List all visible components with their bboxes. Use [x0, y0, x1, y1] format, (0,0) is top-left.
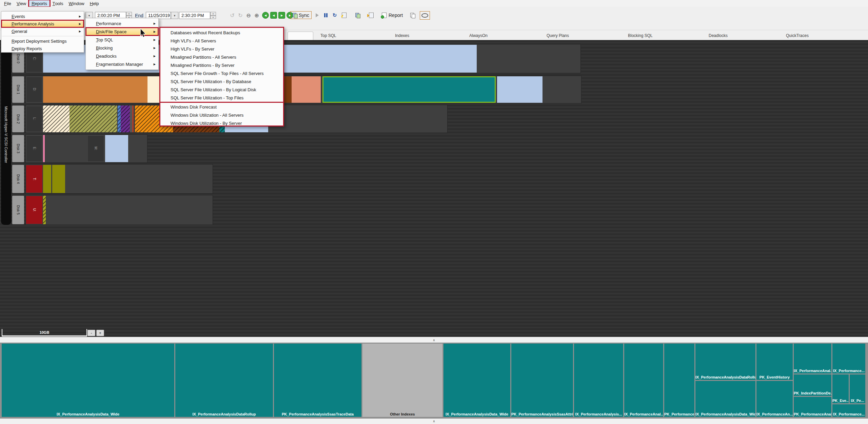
- menu-item-windows-disk-forecast[interactable]: Windows Disk Forecast: [160, 103, 283, 111]
- end-date-dropdown[interactable]: ▾: [171, 12, 178, 19]
- play-button[interactable]: [313, 12, 321, 19]
- file-segment[interactable]: [43, 105, 70, 132]
- treemap-cell[interactable]: IX_PerformanceAnalysisDataRollup: [695, 344, 755, 380]
- import-button[interactable]: [368, 12, 375, 19]
- quick-trace-button[interactable]: [340, 12, 348, 19]
- menu-item-misaligned-partitions-all-servers[interactable]: Misaligned Partitions - All Servers: [160, 53, 283, 61]
- scale-zoom-in-button[interactable]: +: [96, 330, 104, 336]
- database-view-button[interactable]: [420, 11, 430, 20]
- end-time-field[interactable]: 2:30:20 PM: [179, 12, 210, 19]
- jump-start-button[interactable]: ◀: [262, 12, 269, 19]
- menu-item-general[interactable]: General▶: [1, 27, 84, 35]
- step-forward-button[interactable]: ▶: [278, 12, 285, 19]
- menubar-item-view[interactable]: View: [14, 0, 29, 7]
- menu-item-performance[interactable]: Performance▶: [86, 19, 158, 27]
- tab-blocking-sql[interactable]: Blocking SQL: [628, 33, 653, 38]
- spinner-down-icon[interactable]: ▼: [210, 16, 216, 19]
- report-button[interactable]: Report: [389, 13, 403, 18]
- tab-query-plans[interactable]: Query Plans: [547, 33, 569, 38]
- menu-item-high-vlfs-by-server[interactable]: High VLFs - By Server: [160, 45, 283, 53]
- treemap-cell[interactable]: PK_PerformanceAnal...: [794, 397, 831, 417]
- menu-item-sql-server-file-utilization-by-logical-disk[interactable]: SQL Server File Utilization - By Logical…: [160, 85, 283, 94]
- sync-button[interactable]: Sync: [290, 11, 312, 19]
- menu-item-events[interactable]: Events▶: [1, 13, 84, 20]
- spinner-up-icon[interactable]: ▲: [126, 12, 132, 16]
- menu-item-databases-without-recent-backups[interactable]: Databases without Recent Backups: [160, 28, 283, 37]
- menu-item-high-vlfs-all-servers[interactable]: High VLFs - All Servers: [160, 37, 283, 45]
- menu-item-sql-server-file-utilization-top-files[interactable]: SQL Server File Utilization - Top Files: [160, 94, 283, 103]
- menu-item-blocking[interactable]: Blocking▶: [86, 44, 158, 52]
- treemap-cell[interactable]: IX_Performance...: [832, 344, 865, 373]
- menubar-item-reports[interactable]: Reports: [29, 0, 50, 7]
- treemap-cell[interactable]: PK_IndexPartitionDe...: [794, 374, 831, 396]
- treemap-cell[interactable]: IX_PerformanceAnal...: [624, 344, 663, 417]
- treemap-cell[interactable]: IX_PerformanceAnalysisData_Wide: [695, 381, 755, 417]
- splitter-collapse-bottom[interactable]: ∧: [0, 419, 868, 424]
- treemap-cell[interactable]: IX_PerformanceAnalysis...: [574, 344, 623, 417]
- end-time-spinner[interactable]: ▲ ▼: [210, 12, 216, 19]
- treemap-cell[interactable]: PK_PerformanceAn...: [664, 344, 694, 417]
- refresh-button[interactable]: ↻: [331, 12, 338, 19]
- treemap-cell[interactable]: PK_PerformanceAnalysisSsasAttrib...: [511, 344, 573, 417]
- tab-top-sql[interactable]: Top SQL: [320, 33, 336, 38]
- menu-item-top-sql[interactable]: Top SQL▶: [86, 36, 158, 44]
- menu-item-fragmentation-manager[interactable]: Fragmentation Manager▶: [86, 60, 158, 68]
- file-segment[interactable]: [52, 165, 65, 193]
- menu-item-disk-file-space[interactable]: Disk/File Space▶: [86, 27, 158, 36]
- menu-item-deadlocks[interactable]: Deadlocks▶: [86, 52, 158, 60]
- file-segment[interactable]: [292, 76, 321, 103]
- file-segment[interactable]: [43, 76, 147, 103]
- menu-item-windows-disk-utilization-all-servers[interactable]: Windows Disk Utilization - All Servers: [160, 111, 283, 119]
- menubar-item-file[interactable]: File: [1, 0, 14, 7]
- menubar-item-help[interactable]: Help: [87, 0, 102, 7]
- menu-item-sql-server-file-utilization-by-database[interactable]: SQL Server File Utilization - By Databas…: [160, 77, 283, 85]
- file-segment[interactable]: [43, 196, 46, 224]
- spinner-up-icon[interactable]: ▲: [210, 12, 216, 16]
- file-segment[interactable]: [105, 135, 128, 162]
- treemap-cell[interactable]: IX_PerformanceAnalysisDataRollup: [175, 344, 273, 417]
- treemap-cell[interactable]: IX_PerformanceAnalysisData_Wide: [2, 344, 174, 417]
- treemap-cell[interactable]: Other Indexes: [362, 344, 442, 417]
- file-segment[interactable]: [497, 76, 542, 103]
- scale-zoom-out-button[interactable]: -: [87, 330, 95, 336]
- file-segment[interactable]: [43, 135, 45, 162]
- treemap-cell[interactable]: PK_Eve...: [832, 374, 849, 403]
- tab-indexes[interactable]: Indexes: [395, 33, 409, 38]
- treemap-cell[interactable]: IX_PerformanceAnal...: [794, 344, 831, 373]
- file-segment[interactable]: [121, 105, 130, 132]
- treemap-cell[interactable]: IX_Performance...: [832, 404, 865, 417]
- menu-item-sql-server-file-growth-top-files-all-servers[interactable]: SQL Server File Growth - Top Files - All…: [160, 69, 283, 77]
- menu-item-deploy-reports[interactable]: Deploy Reports: [1, 45, 84, 52]
- history-back-icon[interactable]: ↺: [229, 12, 236, 19]
- file-segment[interactable]: [43, 165, 51, 193]
- volume-box-d[interactable]: D:: [26, 77, 42, 102]
- volume-box-u[interactable]: U:: [26, 196, 42, 224]
- file-segment[interactable]: [322, 76, 496, 103]
- volume-box-l[interactable]: L:: [26, 106, 42, 132]
- menubar-item-window[interactable]: Window: [66, 0, 87, 7]
- volume-box-e[interactable]: E:: [26, 135, 42, 162]
- file-segment[interactable]: [130, 105, 132, 132]
- step-back-button[interactable]: ◀: [270, 12, 277, 19]
- treemap-cell[interactable]: PK_PerformanceAnalysisSsasTraceData: [274, 344, 361, 417]
- treemap-cell[interactable]: IX_PerformanceAn...: [756, 381, 793, 417]
- zoom-out-icon[interactable]: ⊖: [245, 12, 252, 19]
- menu-item-misaligned-partitions-by-server[interactable]: Misaligned Partitions - By Server: [160, 61, 283, 69]
- copy-button[interactable]: [409, 12, 416, 19]
- treemap-cell[interactable]: IX_Pe...: [850, 374, 865, 403]
- report-button-icon[interactable]: [380, 12, 388, 19]
- volume-box-m[interactable]: M:: [87, 135, 104, 162]
- treemap-cell[interactable]: PK_EventHistory: [756, 344, 793, 380]
- file-segment[interactable]: [118, 105, 121, 132]
- pages-button[interactable]: [354, 12, 361, 19]
- treemap-cell[interactable]: IX_PerformanceAnalysisData_Wide: [443, 344, 510, 417]
- tab-deadlocks[interactable]: Deadlocks: [709, 33, 728, 38]
- splitter-collapse-top[interactable]: ∧: [0, 337, 868, 343]
- file-segment[interactable]: [70, 105, 117, 132]
- tab-disk-space-selected[interactable]: [288, 32, 313, 41]
- menu-item-report-deployment-settings[interactable]: Report Deployment Settings: [1, 37, 84, 45]
- tab-alwayson[interactable]: AlwaysOn: [469, 33, 488, 38]
- file-segment[interactable]: [132, 105, 134, 132]
- volume-box-t[interactable]: T:: [26, 165, 42, 193]
- pause-button[interactable]: [322, 12, 330, 19]
